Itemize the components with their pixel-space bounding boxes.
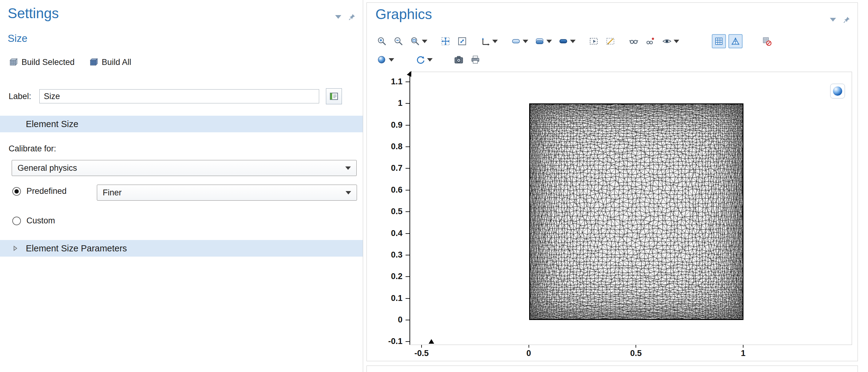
app-root: Settings Size Build Selected bbox=[0, 0, 868, 372]
chevron-down-icon[interactable] bbox=[492, 40, 498, 43]
y-tick-mark bbox=[406, 276, 409, 277]
printer-icon bbox=[470, 54, 480, 65]
select-box-icon bbox=[589, 36, 599, 47]
zoom-box-button[interactable] bbox=[408, 34, 429, 48]
show-grid-toggle[interactable] bbox=[712, 34, 726, 48]
axis-orientation-button[interactable] bbox=[478, 34, 500, 48]
element-size-parameters-header-label: Element Size Parameters bbox=[26, 244, 127, 254]
zoom-extents-icon bbox=[440, 36, 451, 47]
calibrate-select-value: General physics bbox=[18, 163, 77, 173]
visibility-button[interactable] bbox=[660, 34, 681, 48]
print-button[interactable] bbox=[468, 53, 483, 67]
y-tick-mark bbox=[406, 255, 409, 255]
y-tick-label: 0.2 bbox=[391, 272, 402, 281]
chevron-down-icon bbox=[345, 167, 351, 170]
plot-area[interactable] bbox=[409, 72, 852, 345]
y-tick-mark bbox=[406, 298, 409, 299]
build-all-button[interactable]: Build All bbox=[89, 58, 131, 67]
view-mode-2-button[interactable] bbox=[532, 34, 554, 48]
predefined-select[interactable]: Finer bbox=[97, 184, 357, 201]
grid-icon bbox=[714, 36, 724, 47]
chevron-down-icon[interactable] bbox=[674, 40, 679, 43]
settings-title: Settings bbox=[8, 5, 59, 22]
zoom-to-selection-button[interactable] bbox=[455, 34, 469, 48]
y-tick-label: 1 bbox=[398, 98, 402, 108]
y-tick-mark bbox=[406, 125, 409, 125]
camera-icon bbox=[454, 54, 464, 65]
graphics-panel-controls bbox=[830, 16, 851, 24]
zoom-extents-button[interactable] bbox=[438, 34, 453, 48]
y-tick-mark bbox=[406, 103, 409, 104]
remove-mesh-button[interactable] bbox=[760, 34, 774, 48]
graphics-toolbar-row2 bbox=[375, 53, 492, 67]
custom-row: Custom bbox=[12, 216, 55, 226]
show-mesh-toggle[interactable] bbox=[728, 34, 743, 48]
y-tick-mark bbox=[406, 211, 409, 212]
y-tick-mark bbox=[406, 320, 409, 320]
build-all-icon bbox=[89, 58, 98, 67]
chevron-down-icon[interactable] bbox=[830, 18, 836, 22]
calibrate-select[interactable]: General physics bbox=[12, 160, 357, 176]
rotate-view-icon bbox=[415, 54, 426, 65]
predefined-select-value: Finer bbox=[103, 188, 122, 198]
y-tick-mark bbox=[406, 146, 409, 147]
chevron-down-icon[interactable] bbox=[427, 58, 433, 61]
zoom-box-icon bbox=[410, 36, 420, 47]
zoom-out-button[interactable] bbox=[392, 34, 406, 48]
settings-subtitle: Size bbox=[8, 33, 27, 44]
custom-radio[interactable] bbox=[12, 217, 21, 225]
y-tick-mark bbox=[406, 82, 409, 82]
view-mode-1-button[interactable] bbox=[509, 34, 530, 48]
mesh-canvas bbox=[529, 104, 743, 320]
image-snapshot-button[interactable] bbox=[452, 53, 466, 67]
view-mode-3-icon bbox=[558, 36, 568, 47]
settings-panel-controls bbox=[335, 13, 356, 21]
zoom-to-selection-icon bbox=[457, 36, 467, 47]
chevron-down-icon[interactable] bbox=[523, 40, 528, 43]
comsol-logo-icon bbox=[830, 84, 845, 98]
section-element-size[interactable]: Element Size bbox=[0, 116, 363, 132]
chevron-down-icon[interactable] bbox=[335, 15, 341, 19]
deselect-box-button[interactable] bbox=[603, 34, 617, 48]
settings-panel: Settings Size Build Selected bbox=[0, 0, 363, 372]
view-mode-3-button[interactable] bbox=[556, 34, 578, 48]
label-input[interactable] bbox=[39, 89, 319, 104]
predefined-radio[interactable] bbox=[12, 187, 21, 196]
zoom-out-icon bbox=[393, 36, 404, 47]
y-tick-label: -0.1 bbox=[388, 337, 402, 346]
eye-icon bbox=[662, 36, 672, 47]
predefined-row: Predefined bbox=[12, 187, 67, 196]
hide-objects-button[interactable] bbox=[627, 34, 641, 48]
reset-hiding-button[interactable] bbox=[643, 34, 657, 48]
y-tick-label: 0.3 bbox=[391, 250, 402, 259]
rotate-view-button[interactable] bbox=[413, 53, 434, 67]
y-tick-label: 0.4 bbox=[391, 228, 402, 238]
x-tick-label: 0.5 bbox=[630, 349, 642, 358]
zoom-in-button[interactable] bbox=[375, 34, 389, 48]
build-selected-icon bbox=[9, 58, 18, 67]
y-tick-mark bbox=[406, 168, 409, 169]
x-tick-mark bbox=[421, 345, 422, 348]
reset-hiding-icon bbox=[645, 36, 655, 47]
deselect-box-icon bbox=[605, 36, 616, 47]
document-icon bbox=[329, 91, 339, 102]
x-tick-mark bbox=[743, 345, 743, 348]
y-tick-label: 0.6 bbox=[391, 185, 402, 195]
rename-button[interactable] bbox=[326, 88, 342, 104]
scene-color-button[interactable] bbox=[375, 53, 396, 67]
label-caption: Label: bbox=[9, 92, 31, 101]
chevron-down-icon[interactable] bbox=[422, 40, 427, 43]
build-selected-button[interactable]: Build Selected bbox=[9, 58, 75, 67]
pin-icon[interactable] bbox=[843, 16, 851, 24]
x-tick-label: -0.5 bbox=[414, 349, 429, 358]
build-toolbar: Build Selected Build All bbox=[9, 55, 131, 69]
pin-icon[interactable] bbox=[348, 13, 356, 21]
chevron-down-icon[interactable] bbox=[547, 40, 552, 43]
y-axis-line bbox=[409, 72, 410, 345]
zoom-in-icon bbox=[377, 36, 387, 47]
chevron-down-icon[interactable] bbox=[389, 58, 394, 61]
glasses-icon bbox=[628, 36, 639, 47]
select-box-button[interactable] bbox=[587, 34, 601, 48]
section-element-size-parameters[interactable]: Element Size Parameters bbox=[0, 240, 363, 257]
chevron-down-icon[interactable] bbox=[570, 40, 576, 43]
